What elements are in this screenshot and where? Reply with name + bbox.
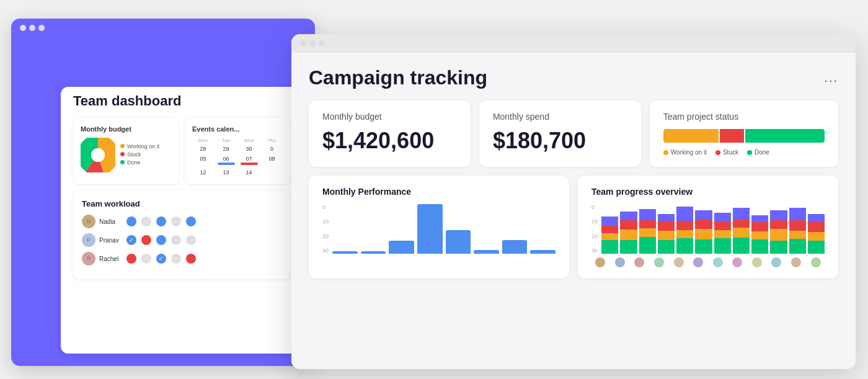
mini-avatar bbox=[752, 257, 762, 267]
sbar bbox=[770, 210, 787, 254]
status-working bbox=[663, 129, 719, 143]
events-calendar-card: Events calen... MonTueWedThu 2829300 05 … bbox=[185, 118, 290, 184]
status-stuck bbox=[720, 129, 743, 143]
charts-row: Monthly Performance 3020100 bbox=[309, 176, 838, 279]
dot bbox=[126, 216, 136, 226]
dot bbox=[186, 254, 196, 264]
campaign-tracking-content: Campaign tracking ... Monthly budget $1,… bbox=[291, 53, 856, 365]
sbar bbox=[714, 213, 731, 254]
monthly-performance-chart: 3020100 bbox=[322, 204, 556, 254]
sbar bbox=[620, 212, 637, 254]
dot bbox=[141, 254, 151, 264]
bar-7 bbox=[502, 240, 528, 254]
person-name-pranav: Pranav bbox=[99, 237, 123, 244]
sbar bbox=[601, 216, 618, 254]
monthly-budget-value: $1,420,600 bbox=[322, 128, 457, 154]
bar-4 bbox=[417, 204, 443, 254]
more-options-icon[interactable]: ... bbox=[824, 71, 838, 85]
task-dots-pranav: ✓ bbox=[126, 235, 196, 245]
mini-avatar bbox=[654, 257, 664, 267]
avatar-nadia: N bbox=[82, 215, 95, 228]
team-workload-title: Team workload bbox=[82, 199, 281, 208]
mini-avatar bbox=[771, 257, 781, 267]
avatar-row bbox=[591, 257, 825, 267]
sbar bbox=[639, 209, 656, 254]
y-labels-2: 3020100 bbox=[591, 204, 598, 254]
monthly-budget-card: Monthly budget $1,420,600 bbox=[309, 100, 471, 167]
team-workload-card: Team workload N Nadia P Pran bbox=[73, 190, 290, 279]
mini-avatar bbox=[732, 257, 742, 267]
mini-avatar bbox=[693, 257, 703, 267]
window-dot-1 bbox=[20, 25, 26, 31]
monthly-spend-value: $180,700 bbox=[493, 128, 627, 154]
events-calendar-label: Events calen... bbox=[192, 125, 283, 133]
workload-row-nadia: N Nadia bbox=[82, 215, 281, 228]
person-name-nadia: Nadia bbox=[99, 218, 123, 225]
mini-avatar bbox=[811, 257, 821, 267]
dot bbox=[141, 235, 151, 245]
dot: ✓ bbox=[156, 254, 166, 264]
sbar bbox=[658, 214, 675, 254]
team-project-status-card: Team project status Working on it Stuck … bbox=[650, 100, 838, 167]
mini-avatar bbox=[791, 257, 801, 267]
status-legend: Working on it Stuck Done bbox=[663, 149, 825, 156]
dot bbox=[171, 216, 181, 226]
person-name-rachel: Rachel bbox=[99, 256, 123, 262]
team-progress-card: Team progress overview 3020100 bbox=[578, 176, 838, 279]
avatar-rachel: R bbox=[82, 252, 95, 265]
pie-legend: Working on it Stuck Done bbox=[120, 143, 159, 167]
window-dot-2 bbox=[29, 25, 35, 31]
monthly-spend-label: Monthly spend bbox=[493, 112, 627, 122]
bar-2 bbox=[361, 251, 386, 254]
workload-row-rachel: R Rachel ✓ bbox=[82, 252, 281, 265]
sbar bbox=[751, 215, 768, 254]
sbar bbox=[789, 208, 806, 254]
bar-1 bbox=[332, 251, 358, 254]
front-dot-2 bbox=[309, 40, 316, 47]
dot bbox=[141, 216, 151, 226]
sbar bbox=[676, 207, 693, 254]
monthly-spend-card: Monthly spend $180,700 bbox=[479, 100, 641, 167]
dot bbox=[186, 216, 196, 226]
mini-avatar bbox=[713, 257, 723, 267]
window-dot-3 bbox=[38, 25, 45, 31]
back-window: Team dashboard Monthly budget bbox=[11, 19, 315, 366]
team-dashboard-inner: Team dashboard Monthly budget bbox=[61, 87, 303, 354]
pie-chart bbox=[81, 138, 115, 172]
monthly-budget-card-back: Monthly budget Working on it Stuck bbox=[73, 118, 179, 184]
sbar bbox=[808, 214, 825, 254]
task-dots-rachel: ✓ bbox=[126, 254, 196, 264]
dot bbox=[171, 254, 181, 264]
front-window-bar bbox=[291, 34, 856, 53]
monthly-performance-title: Monthly Performance bbox=[322, 187, 556, 197]
sbar bbox=[695, 210, 712, 254]
sbar bbox=[733, 208, 750, 254]
monthly-budget-label-back: Monthly budget bbox=[81, 125, 171, 133]
status-bar bbox=[663, 129, 825, 143]
team-project-status-label: Team project status bbox=[663, 112, 825, 122]
front-window: Campaign tracking ... Monthly budget $1,… bbox=[291, 34, 856, 369]
dot bbox=[156, 216, 166, 226]
team-progress-chart: 3020100 bbox=[591, 204, 825, 254]
workload-row-pranav: P Pranav ✓ bbox=[82, 233, 281, 247]
front-dot-3 bbox=[319, 40, 325, 47]
bar-6 bbox=[474, 250, 499, 254]
dot bbox=[156, 235, 166, 245]
bar-8 bbox=[530, 250, 556, 254]
monthly-performance-card: Monthly Performance 3020100 bbox=[309, 176, 569, 279]
stacked-bar-chart bbox=[601, 204, 825, 254]
status-done bbox=[745, 129, 825, 143]
mini-avatar bbox=[674, 257, 684, 267]
bar-5 bbox=[446, 230, 471, 254]
team-dashboard-title: Team dashboard bbox=[73, 93, 290, 109]
dot bbox=[171, 235, 181, 245]
task-dots-nadia bbox=[126, 216, 196, 226]
dot: ✓ bbox=[126, 235, 136, 245]
mini-avatar bbox=[615, 257, 625, 267]
monthly-budget-label: Monthly budget bbox=[322, 112, 457, 122]
svg-point-3 bbox=[91, 148, 105, 162]
campaign-tracking-title: Campaign tracking bbox=[309, 66, 487, 89]
mini-avatar bbox=[634, 257, 644, 267]
mini-avatar bbox=[595, 257, 605, 267]
dot bbox=[186, 235, 196, 245]
